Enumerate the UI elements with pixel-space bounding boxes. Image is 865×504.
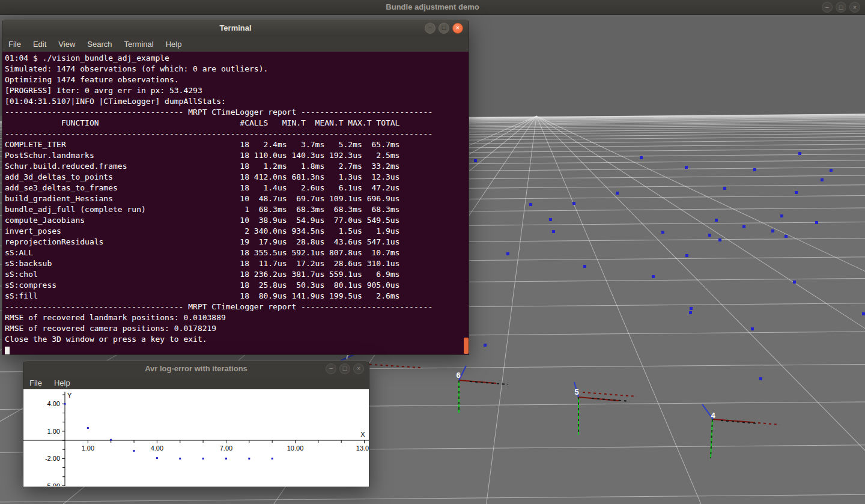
plot-title: Avr log-error with iterations xyxy=(23,361,369,376)
menu-item-file[interactable]: File xyxy=(2,40,27,49)
svg-text:6: 6 xyxy=(456,371,460,380)
terminal-title: Terminal xyxy=(2,20,469,36)
svg-text:-5.00: -5.00 xyxy=(45,482,60,486)
terminal-menubar: FileEditViewSearchTerminalHelp xyxy=(2,36,469,52)
plot-canvas[interactable]: YX1.004.007.0010.0013.004.001.00-2.00-5.… xyxy=(23,389,369,487)
menu-item-search[interactable]: Search xyxy=(81,40,118,49)
main-window-titlebar[interactable]: Bundle adjustment demo − □ × xyxy=(0,0,865,15)
menu-item-terminal[interactable]: Terminal xyxy=(118,40,160,49)
plot-menubar: FileHelp xyxy=(23,376,369,389)
svg-text:5: 5 xyxy=(574,387,578,396)
svg-text:-2.00: -2.00 xyxy=(45,455,60,462)
menu-item-file[interactable]: File xyxy=(23,378,48,387)
plot-window: Avr log-error with iterations − □ × File… xyxy=(23,360,369,487)
plot-close-button[interactable]: × xyxy=(353,363,364,374)
svg-text:4.00: 4.00 xyxy=(151,445,163,452)
menu-item-help[interactable]: Help xyxy=(160,40,188,49)
plot-titlebar[interactable]: Avr log-error with iterations − □ × xyxy=(23,360,369,376)
camera-frame-4: 4 xyxy=(702,404,780,458)
scatter-chart: YX1.004.007.0010.0013.004.001.00-2.00-5.… xyxy=(23,389,369,486)
svg-text:1.00: 1.00 xyxy=(82,445,94,452)
menu-item-view[interactable]: View xyxy=(52,40,81,49)
plot-maximize-button[interactable]: □ xyxy=(339,363,350,374)
terminal-cursor xyxy=(5,347,10,355)
minimize-button[interactable]: − xyxy=(822,2,833,13)
terminal-maximize-button[interactable]: □ xyxy=(439,23,449,34)
plot-minimize-button[interactable]: − xyxy=(326,363,336,374)
terminal-minimize-button[interactable]: − xyxy=(425,23,436,34)
desktop: 7654 Bundle adjustment demo − □ × Termin… xyxy=(0,0,865,504)
terminal-output-text: 01:04 $ ./vision_bundle_adj_example Simu… xyxy=(2,52,469,345)
close-button[interactable]: × xyxy=(849,2,860,13)
menu-item-edit[interactable]: Edit xyxy=(27,40,52,49)
terminal-scrollbar-thumb[interactable] xyxy=(464,338,469,354)
svg-text:4: 4 xyxy=(711,411,715,420)
maximize-button[interactable]: □ xyxy=(836,2,846,13)
main-window-title: Bundle adjustment demo xyxy=(0,0,865,14)
svg-text:Y: Y xyxy=(67,392,72,399)
menu-item-help[interactable]: Help xyxy=(48,378,76,387)
camera-frame-5: 5 xyxy=(574,382,637,435)
svg-text:1.00: 1.00 xyxy=(47,428,60,435)
terminal-window: Terminal − □ × FileEditViewSearchTermina… xyxy=(2,19,469,355)
svg-text:X: X xyxy=(360,431,365,438)
svg-text:4.00: 4.00 xyxy=(47,400,60,407)
svg-text:13.00: 13.00 xyxy=(356,445,369,452)
svg-text:10.00: 10.00 xyxy=(287,445,304,452)
svg-text:7.00: 7.00 xyxy=(220,445,232,452)
terminal-close-button[interactable]: × xyxy=(452,23,463,34)
terminal-output-area[interactable]: 01:04 $ ./vision_bundle_adj_example Simu… xyxy=(2,52,469,355)
camera-frame-6: 6 xyxy=(456,366,508,413)
terminal-titlebar[interactable]: Terminal − □ × xyxy=(2,19,469,36)
